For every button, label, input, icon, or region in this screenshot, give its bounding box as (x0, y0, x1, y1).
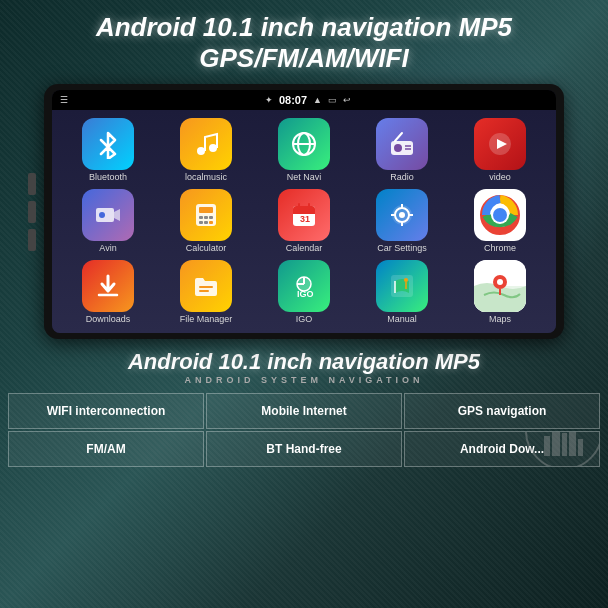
svg-point-1 (209, 144, 217, 152)
svg-marker-12 (114, 209, 120, 221)
feature-mobile: Mobile Internet (206, 393, 402, 429)
app-label-calendar: Calendar (286, 244, 323, 254)
app-item-igo[interactable]: IGO IGO (258, 260, 350, 325)
feature-bt: BT Hand-free (206, 431, 402, 467)
bottom-title-line2: ANDROID SYSTEM NAVIGATION (128, 375, 480, 385)
app-label-bluetooth: Bluetooth (89, 173, 127, 183)
svg-rect-52 (544, 436, 550, 456)
feature-fmam: FM/AM (8, 431, 204, 467)
svg-text:31: 31 (300, 214, 310, 224)
app-icon-downloads (82, 260, 134, 312)
side-btn-1[interactable] (28, 173, 36, 195)
app-icon-manual (376, 260, 428, 312)
app-grid: Bluetooth localmusic (62, 118, 546, 325)
app-label-video: video (489, 173, 511, 183)
app-label-downloads: Downloads (86, 315, 131, 325)
app-grid-container: Bluetooth localmusic (52, 110, 556, 333)
app-item-manual[interactable]: Manual (356, 260, 448, 325)
app-icon-netnavi (278, 118, 330, 170)
svg-rect-56 (578, 439, 583, 456)
window-icon: ▭ (328, 95, 337, 105)
app-icon-calendar: 31 (278, 189, 330, 241)
back-icon: ↩ (343, 95, 351, 105)
app-icon-localmusic (180, 118, 232, 170)
app-item-calendar[interactable]: 31 Calendar (258, 189, 350, 254)
app-icon-chrome (474, 189, 526, 241)
app-label-manual: Manual (387, 315, 417, 325)
app-label-avin: Avin (99, 244, 116, 254)
signal-icon: ▲ (313, 95, 322, 105)
side-buttons (28, 173, 36, 251)
side-btn-2[interactable] (28, 201, 36, 223)
side-btn-3[interactable] (28, 229, 36, 251)
app-item-carsettings[interactable]: Car Settings (356, 189, 448, 254)
app-icon-igo: IGO (278, 260, 330, 312)
feature-gps: GPS navigation (404, 393, 600, 429)
feature-grid: WIFI interconnection Mobile Internet GPS… (0, 389, 608, 471)
app-icon-carsettings (376, 189, 428, 241)
top-title-block: Android 10.1 inch navigation MP5 GPS/FM/… (86, 0, 522, 80)
status-left: ☰ (60, 95, 68, 105)
svg-rect-55 (569, 431, 576, 456)
bottom-title-block: Android 10.1 inch navigation MP5 ANDROID… (118, 343, 490, 387)
app-item-video[interactable]: video (454, 118, 546, 183)
city-silhouette-icon (524, 431, 600, 467)
svg-point-30 (399, 212, 405, 218)
svg-rect-18 (209, 216, 213, 219)
app-item-filemanager[interactable]: File Manager (160, 260, 252, 325)
svg-rect-40 (199, 286, 213, 288)
app-icon-filemanager (180, 260, 232, 312)
app-item-avin[interactable]: Avin (62, 189, 154, 254)
svg-rect-20 (204, 221, 208, 224)
svg-rect-16 (199, 216, 203, 219)
svg-rect-53 (552, 431, 560, 456)
device: ☰ ✦ 08:07 ▲ ▭ ↩ (44, 84, 564, 339)
svg-point-50 (497, 279, 503, 285)
svg-point-45 (404, 278, 408, 282)
svg-point-13 (99, 212, 105, 218)
app-icon-video (474, 118, 526, 170)
svg-rect-17 (204, 216, 208, 219)
status-bar: ☰ ✦ 08:07 ▲ ▭ ↩ (52, 90, 556, 110)
bottom-title-line1: Android 10.1 inch navigation MP5 (128, 349, 480, 375)
app-label-localmusic: localmusic (185, 173, 227, 183)
app-label-carsettings: Car Settings (377, 244, 427, 254)
svg-rect-6 (394, 144, 402, 152)
svg-point-38 (493, 208, 507, 222)
app-label-netnavi: Net Navi (287, 173, 322, 183)
app-icon-calculator (180, 189, 232, 241)
app-label-calculator: Calculator (186, 244, 227, 254)
app-label-radio: Radio (390, 173, 414, 183)
svg-rect-15 (199, 207, 213, 213)
app-item-maps[interactable]: Maps (454, 260, 546, 325)
app-label-chrome: Chrome (484, 244, 516, 254)
app-item-radio[interactable]: Radio (356, 118, 448, 183)
menu-icon: ☰ (60, 95, 68, 105)
top-title-line2: GPS/FM/AM/WIFI (96, 43, 512, 74)
svg-rect-41 (199, 290, 209, 292)
svg-text:IGO: IGO (297, 289, 314, 299)
svg-point-0 (197, 147, 205, 155)
app-label-igo: IGO (296, 315, 313, 325)
app-item-localmusic[interactable]: localmusic (160, 118, 252, 183)
clock: 08:07 (279, 94, 307, 106)
app-item-chrome[interactable]: Chrome (454, 189, 546, 254)
feature-wifi: WIFI interconnection (8, 393, 204, 429)
app-item-bluetooth[interactable]: Bluetooth (62, 118, 154, 183)
app-item-calculator[interactable]: Calculator (160, 189, 252, 254)
bluetooth-status-icon: ✦ (265, 95, 273, 105)
main-content: Android 10.1 inch navigation MP5 GPS/FM/… (0, 0, 608, 608)
svg-rect-21 (209, 221, 213, 224)
app-label-maps: Maps (489, 315, 511, 325)
feature-android: Android Dow... (404, 431, 600, 467)
status-center: ✦ 08:07 ▲ ▭ ↩ (265, 94, 351, 106)
app-icon-bluetooth (82, 118, 134, 170)
app-item-downloads[interactable]: Downloads (62, 260, 154, 325)
app-icon-maps (474, 260, 526, 312)
app-item-netnavi[interactable]: Net Navi (258, 118, 350, 183)
device-screen: ☰ ✦ 08:07 ▲ ▭ ↩ (52, 90, 556, 333)
svg-rect-54 (562, 433, 567, 456)
app-icon-avin (82, 189, 134, 241)
top-title-line1: Android 10.1 inch navigation MP5 (96, 12, 512, 43)
app-label-filemanager: File Manager (180, 315, 233, 325)
